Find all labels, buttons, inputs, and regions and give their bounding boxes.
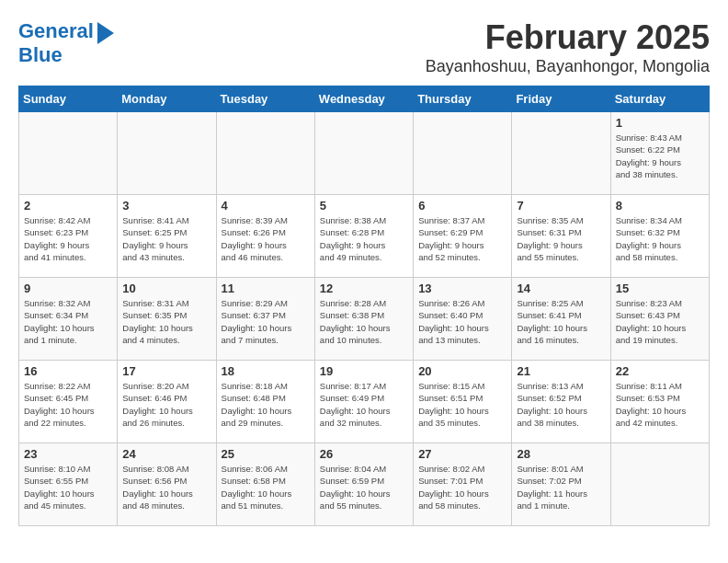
- day-number: 7: [517, 199, 605, 213]
- calendar-cell: [19, 112, 118, 195]
- day-number: 23: [24, 447, 112, 461]
- calendar-week-1: 1Sunrise: 8:43 AM Sunset: 6:22 PM Daylig…: [19, 112, 710, 195]
- day-number: 11: [222, 282, 310, 295]
- logo-arrow-icon: [97, 22, 114, 44]
- calendar-cell: 1Sunrise: 8:43 AM Sunset: 6:22 PM Daylig…: [610, 112, 709, 195]
- calendar-cell: [610, 443, 709, 526]
- day-info: Sunrise: 8:28 AM Sunset: 6:38 PM Dayligh…: [320, 297, 408, 346]
- day-info: Sunrise: 8:32 AM Sunset: 6:34 PM Dayligh…: [24, 297, 112, 346]
- day-number: 16: [24, 364, 112, 378]
- day-number: 14: [517, 282, 605, 295]
- day-number: 20: [418, 364, 506, 378]
- day-number: 9: [24, 282, 112, 295]
- calendar-cell: [512, 112, 610, 195]
- day-number: 8: [616, 199, 704, 213]
- calendar-cell: 15Sunrise: 8:23 AM Sunset: 6:43 PM Dayli…: [610, 278, 709, 361]
- day-number: 21: [517, 364, 605, 378]
- day-number: 12: [320, 282, 408, 295]
- calendar-cell: [118, 112, 216, 195]
- day-number: 18: [222, 364, 310, 378]
- day-info: Sunrise: 8:39 AM Sunset: 6:26 PM Dayligh…: [222, 214, 310, 263]
- logo-blue: Blue: [18, 44, 63, 66]
- day-info: Sunrise: 8:29 AM Sunset: 6:37 PM Dayligh…: [222, 297, 310, 346]
- weekday-header-friday: Friday: [512, 86, 610, 112]
- day-number: 17: [122, 364, 210, 378]
- day-info: Sunrise: 8:11 AM Sunset: 6:53 PM Dayligh…: [616, 380, 704, 429]
- weekday-header-sunday: Sunday: [19, 86, 118, 112]
- calendar-cell: 18Sunrise: 8:18 AM Sunset: 6:48 PM Dayli…: [216, 361, 314, 443]
- weekday-header-thursday: Thursday: [414, 86, 512, 112]
- day-info: Sunrise: 8:37 AM Sunset: 6:29 PM Dayligh…: [418, 214, 506, 263]
- day-info: Sunrise: 8:17 AM Sunset: 6:49 PM Dayligh…: [320, 380, 408, 429]
- weekday-header-row: SundayMondayTuesdayWednesdayThursdayFrid…: [19, 86, 710, 112]
- day-info: Sunrise: 8:38 AM Sunset: 6:28 PM Dayligh…: [320, 214, 408, 263]
- day-number: 26: [320, 447, 408, 461]
- day-info: Sunrise: 8:23 AM Sunset: 6:43 PM Dayligh…: [616, 297, 704, 346]
- day-info: Sunrise: 8:15 AM Sunset: 6:51 PM Dayligh…: [418, 380, 506, 429]
- day-info: Sunrise: 8:41 AM Sunset: 6:25 PM Dayligh…: [122, 214, 210, 263]
- calendar-cell: 5Sunrise: 8:38 AM Sunset: 6:28 PM Daylig…: [314, 195, 413, 278]
- day-info: Sunrise: 8:35 AM Sunset: 6:31 PM Dayligh…: [517, 214, 605, 263]
- day-info: Sunrise: 8:10 AM Sunset: 6:55 PM Dayligh…: [24, 463, 112, 511]
- day-info: Sunrise: 8:22 AM Sunset: 6:45 PM Dayligh…: [24, 380, 112, 429]
- day-info: Sunrise: 8:26 AM Sunset: 6:40 PM Dayligh…: [418, 297, 506, 346]
- calendar-cell: 20Sunrise: 8:15 AM Sunset: 6:51 PM Dayli…: [414, 361, 512, 443]
- calendar-cell: 27Sunrise: 8:02 AM Sunset: 7:01 PM Dayli…: [414, 443, 512, 526]
- weekday-header-tuesday: Tuesday: [216, 86, 314, 112]
- calendar-week-5: 23Sunrise: 8:10 AM Sunset: 6:55 PM Dayli…: [19, 443, 710, 526]
- day-number: 13: [418, 282, 506, 295]
- calendar-cell: 14Sunrise: 8:25 AM Sunset: 6:41 PM Dayli…: [512, 278, 610, 361]
- day-info: Sunrise: 8:01 AM Sunset: 7:02 PM Dayligh…: [517, 463, 605, 511]
- calendar-cell: 24Sunrise: 8:08 AM Sunset: 6:56 PM Dayli…: [118, 443, 216, 526]
- calendar-cell: 21Sunrise: 8:13 AM Sunset: 6:52 PM Dayli…: [512, 361, 610, 443]
- day-number: 15: [616, 282, 704, 295]
- calendar-cell: 9Sunrise: 8:32 AM Sunset: 6:34 PM Daylig…: [19, 278, 118, 361]
- calendar-cell: 23Sunrise: 8:10 AM Sunset: 6:55 PM Dayli…: [19, 443, 118, 526]
- day-info: Sunrise: 8:08 AM Sunset: 6:56 PM Dayligh…: [122, 463, 210, 511]
- calendar-cell: 8Sunrise: 8:34 AM Sunset: 6:32 PM Daylig…: [610, 195, 709, 278]
- weekday-header-monday: Monday: [118, 86, 216, 112]
- location-title: Bayanhoshuu, Bayanhongor, Mongolia: [426, 57, 710, 76]
- day-number: 1: [616, 116, 704, 130]
- calendar-cell: [414, 112, 512, 195]
- day-info: Sunrise: 8:34 AM Sunset: 6:32 PM Dayligh…: [616, 214, 704, 263]
- month-title: February 2025: [426, 18, 710, 57]
- day-number: 2: [24, 199, 112, 213]
- day-info: Sunrise: 8:25 AM Sunset: 6:41 PM Dayligh…: [517, 297, 605, 346]
- day-number: 24: [122, 447, 210, 461]
- calendar-cell: [314, 112, 413, 195]
- calendar-cell: [216, 112, 314, 195]
- calendar-cell: 4Sunrise: 8:39 AM Sunset: 6:26 PM Daylig…: [216, 195, 314, 278]
- calendar-cell: 25Sunrise: 8:06 AM Sunset: 6:58 PM Dayli…: [216, 443, 314, 526]
- day-number: 19: [320, 364, 408, 378]
- day-info: Sunrise: 8:31 AM Sunset: 6:35 PM Dayligh…: [122, 297, 210, 346]
- day-number: 6: [418, 199, 506, 213]
- day-number: 28: [517, 447, 605, 461]
- calendar-cell: 12Sunrise: 8:28 AM Sunset: 6:38 PM Dayli…: [314, 278, 413, 361]
- calendar-body: 1Sunrise: 8:43 AM Sunset: 6:22 PM Daylig…: [19, 112, 710, 526]
- calendar-week-3: 9Sunrise: 8:32 AM Sunset: 6:34 PM Daylig…: [19, 278, 710, 361]
- calendar-cell: 11Sunrise: 8:29 AM Sunset: 6:37 PM Dayli…: [216, 278, 314, 361]
- calendar-cell: 13Sunrise: 8:26 AM Sunset: 6:40 PM Dayli…: [414, 278, 512, 361]
- calendar-cell: 28Sunrise: 8:01 AM Sunset: 7:02 PM Dayli…: [512, 443, 610, 526]
- calendar-week-4: 16Sunrise: 8:22 AM Sunset: 6:45 PM Dayli…: [19, 361, 710, 443]
- calendar-cell: 22Sunrise: 8:11 AM Sunset: 6:53 PM Dayli…: [610, 361, 709, 443]
- day-info: Sunrise: 8:43 AM Sunset: 6:22 PM Dayligh…: [616, 132, 704, 180]
- day-info: Sunrise: 8:20 AM Sunset: 6:46 PM Dayligh…: [122, 380, 210, 429]
- logo-text: General: [18, 20, 94, 42]
- day-number: 25: [222, 447, 310, 461]
- weekday-header-wednesday: Wednesday: [314, 86, 413, 112]
- calendar-cell: 17Sunrise: 8:20 AM Sunset: 6:46 PM Dayli…: [118, 361, 216, 443]
- day-info: Sunrise: 8:02 AM Sunset: 7:01 PM Dayligh…: [418, 463, 506, 511]
- day-info: Sunrise: 8:42 AM Sunset: 6:23 PM Dayligh…: [24, 214, 112, 263]
- logo: General Blue: [18, 18, 114, 66]
- calendar-cell: 16Sunrise: 8:22 AM Sunset: 6:45 PM Dayli…: [19, 361, 118, 443]
- calendar-week-2: 2Sunrise: 8:42 AM Sunset: 6:23 PM Daylig…: [19, 195, 710, 278]
- page-header: General Blue February 2025 Bayanhoshuu, …: [18, 18, 710, 76]
- day-info: Sunrise: 8:06 AM Sunset: 6:58 PM Dayligh…: [222, 463, 310, 511]
- day-number: 10: [122, 282, 210, 295]
- day-number: 22: [616, 364, 704, 378]
- calendar-cell: 3Sunrise: 8:41 AM Sunset: 6:25 PM Daylig…: [118, 195, 216, 278]
- calendar-cell: 6Sunrise: 8:37 AM Sunset: 6:29 PM Daylig…: [414, 195, 512, 278]
- calendar-cell: 7Sunrise: 8:35 AM Sunset: 6:31 PM Daylig…: [512, 195, 610, 278]
